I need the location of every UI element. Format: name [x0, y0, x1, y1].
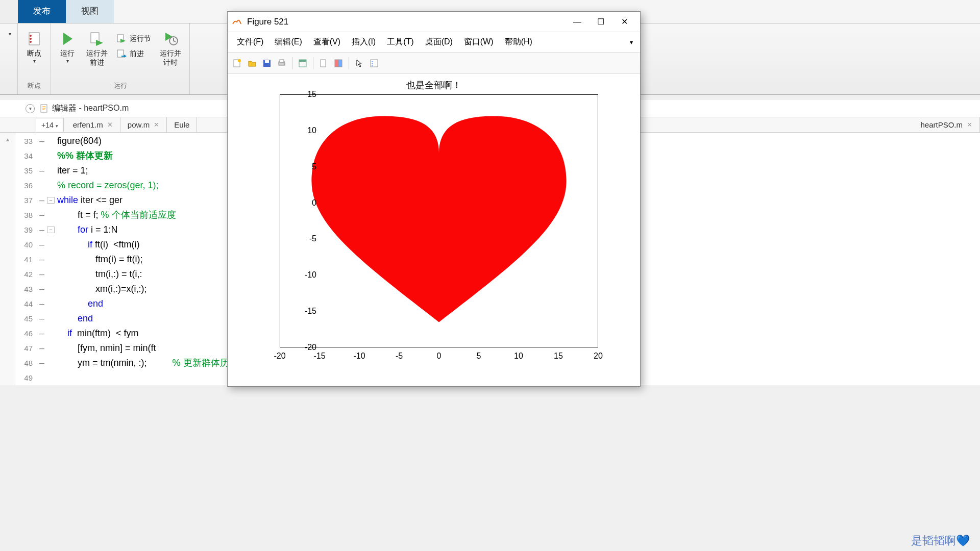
- dock-icon[interactable]: [296, 57, 309, 70]
- ytick: 10: [307, 126, 316, 135]
- breakpoints-icon: [26, 31, 42, 47]
- fold-icon[interactable]: −: [47, 197, 55, 204]
- run-button[interactable]: 运行 ▾: [55, 29, 80, 65]
- heart-plot: [280, 94, 598, 347]
- figure-window: Figure 521 — ☐ ✕ 文件(F) 编辑(E) 查看(V) 插入(I)…: [227, 11, 641, 387]
- menu-view[interactable]: 查看(V): [308, 35, 346, 49]
- ytick: 15: [307, 90, 316, 99]
- svg-marker-10: [124, 55, 127, 58]
- menu-chevron-icon[interactable]: ▾: [630, 39, 636, 46]
- figure-canvas: 也是全部啊！ 15 10 5 0 -5 -10 -15 -20 -20 -15 …: [228, 74, 640, 386]
- chevron-down-icon: ▾: [56, 123, 58, 129]
- open-icon[interactable]: [246, 57, 259, 70]
- run-advance-label: 运行并 前进: [86, 49, 108, 67]
- run-advance-icon: [89, 31, 105, 47]
- toolgroup-breakpoints: 断点 ▾ 断点: [18, 23, 51, 94]
- menu-desktop[interactable]: 桌面(D): [420, 35, 458, 49]
- svg-point-1: [30, 35, 32, 37]
- xtick: -20: [274, 352, 285, 361]
- figure-toolbar: [228, 53, 640, 74]
- chevron-down-icon: ▾: [66, 58, 69, 64]
- new-figure-icon[interactable]: [231, 57, 244, 70]
- close-icon[interactable]: ✕: [107, 121, 113, 129]
- file-tab-pow[interactable]: pow.m✕: [120, 117, 167, 132]
- ytick: -15: [305, 307, 316, 316]
- ribbon-spacer: [0, 0, 18, 23]
- play-icon: [59, 31, 76, 47]
- print-icon[interactable]: [275, 57, 288, 70]
- breakpoints-label: 断点: [27, 49, 41, 58]
- ribbon-tab-publish[interactable]: 发布: [18, 0, 66, 23]
- svg-point-2: [30, 38, 32, 40]
- save-icon[interactable]: [260, 57, 274, 70]
- group-label-breakpoints: 断点: [28, 80, 41, 92]
- chevron-down-icon: ▾: [33, 58, 36, 64]
- plus-tab[interactable]: +14 ▾: [36, 118, 64, 132]
- close-button[interactable]: ✕: [612, 14, 636, 30]
- file-tab-erfen1[interactable]: erfen1.m✕: [66, 117, 120, 132]
- menu-file[interactable]: 文件(F): [232, 35, 268, 49]
- menu-help[interactable]: 帮助(H): [500, 35, 537, 49]
- toolbar-separator: [349, 57, 349, 69]
- timer-icon: [162, 31, 179, 47]
- scroll-up[interactable]: ▴: [0, 133, 15, 385]
- ribbon-tab-view[interactable]: 视图: [66, 0, 114, 23]
- minimize-button[interactable]: —: [566, 14, 589, 30]
- plot-title: 也是全部啊！: [228, 79, 640, 91]
- file-tab-eule[interactable]: Eule: [167, 117, 197, 132]
- menu-insert[interactable]: 插入(I): [347, 35, 381, 49]
- run-section-label: 运行节: [130, 34, 151, 43]
- svg-rect-22: [321, 60, 326, 67]
- xtick: 5: [477, 352, 481, 361]
- run-time-label: 运行并 计时: [160, 49, 181, 67]
- run-section-button[interactable]: 运行节: [114, 32, 153, 45]
- figure-title: Figure 521: [247, 17, 566, 27]
- toolbar-separator: [292, 57, 292, 69]
- colorbar-icon[interactable]: [332, 57, 345, 70]
- ytick: -20: [305, 343, 316, 352]
- editor-title-text: 编辑器 - heartPSO.m: [52, 103, 129, 114]
- xtick: 10: [514, 352, 523, 361]
- xtick: 0: [437, 352, 442, 361]
- svg-point-3: [30, 41, 32, 43]
- svg-rect-19: [280, 60, 284, 62]
- run-time-button[interactable]: 运行并 计时: [156, 29, 185, 69]
- maximize-button[interactable]: ☐: [589, 14, 612, 30]
- menu-window[interactable]: 窗口(W): [459, 35, 499, 49]
- pointer-icon[interactable]: [353, 57, 366, 70]
- advance-icon: [116, 49, 127, 59]
- menu-tools[interactable]: 工具(T): [382, 35, 419, 49]
- svg-marker-6: [96, 40, 103, 46]
- breakpoints-button[interactable]: 断点 ▾: [22, 29, 46, 65]
- group-label-run: 运行: [114, 80, 127, 92]
- menu-edit[interactable]: 编辑(E): [270, 35, 307, 49]
- close-icon[interactable]: ✕: [154, 121, 159, 129]
- insert-legend-icon[interactable]: [368, 57, 381, 70]
- close-icon[interactable]: ✕: [967, 121, 972, 129]
- toolstrip-dropdown[interactable]: ▾: [3, 23, 18, 94]
- file-tab-heartpso[interactable]: heartPSO.m✕: [913, 117, 980, 132]
- fold-icon[interactable]: −: [47, 227, 55, 233]
- run-advance-button[interactable]: 运行并 前进: [82, 29, 112, 69]
- toolgroup-run: 运行 ▾ 运行并 前进 运行节 前进 运行并 计时: [51, 23, 190, 94]
- xtick: 15: [554, 352, 563, 361]
- datatip-icon[interactable]: [317, 57, 330, 70]
- document-icon: [40, 104, 49, 113]
- svg-point-15: [238, 59, 241, 62]
- chevron-down-icon: ▾: [9, 31, 11, 37]
- xtick: 20: [594, 352, 603, 361]
- figure-titlebar[interactable]: Figure 521 — ☐ ✕: [228, 12, 640, 32]
- advance-label: 前进: [130, 49, 144, 59]
- collapse-icon[interactable]: ▾: [26, 104, 35, 113]
- xtick: -10: [353, 352, 365, 361]
- svg-rect-21: [299, 60, 306, 62]
- svg-rect-23: [335, 60, 338, 67]
- watermark: 是韬韬啊💙: [911, 533, 970, 548]
- run-section-icon: [116, 34, 127, 44]
- ytick: 5: [312, 162, 316, 171]
- xtick: -15: [313, 352, 325, 361]
- svg-rect-24: [338, 60, 342, 67]
- advance-button[interactable]: 前进: [114, 47, 153, 61]
- xtick: -5: [396, 352, 403, 361]
- svg-rect-17: [265, 60, 269, 63]
